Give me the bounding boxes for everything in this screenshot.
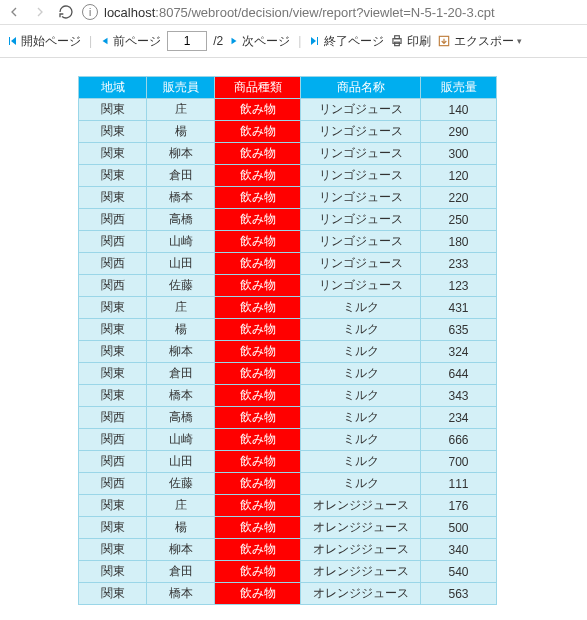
cell-type: 飲み物: [215, 341, 301, 363]
cell-type: 飲み物: [215, 539, 301, 561]
cell-region: 関西: [79, 451, 147, 473]
cell-region: 関東: [79, 187, 147, 209]
export-button[interactable]: エクスポー ▾: [437, 33, 522, 50]
url-host: localhost: [104, 5, 155, 20]
table-row: 関東橋本飲み物オレンジジュース563: [79, 583, 497, 605]
cell-name: リンゴジュース: [301, 253, 421, 275]
cell-region: 関東: [79, 121, 147, 143]
cell-type: 飲み物: [215, 165, 301, 187]
next-page-label: 次ページ: [242, 33, 290, 50]
forward-icon[interactable]: [32, 4, 48, 20]
reload-icon[interactable]: [58, 4, 74, 20]
header-seller: 販売員: [147, 77, 215, 99]
header-name: 商品名称: [301, 77, 421, 99]
cell-name: ミルク: [301, 429, 421, 451]
cell-qty: 563: [421, 583, 497, 605]
cell-qty: 324: [421, 341, 497, 363]
cell-seller: 庄: [147, 297, 215, 319]
table-row: 関東柳本飲み物リンゴジュース300: [79, 143, 497, 165]
site-info-icon[interactable]: i: [82, 4, 98, 20]
cell-seller: 山崎: [147, 429, 215, 451]
cell-qty: 111: [421, 473, 497, 495]
table-row: 関東楊飲み物リンゴジュース290: [79, 121, 497, 143]
cell-qty: 220: [421, 187, 497, 209]
table-row: 関東倉田飲み物オレンジジュース540: [79, 561, 497, 583]
report-toolbar: 開始ページ | 前ページ /2 次ページ | 終了ページ 印刷 エクスポー ▾: [0, 25, 587, 58]
cell-region: 関西: [79, 407, 147, 429]
separator: |: [298, 34, 301, 48]
cell-seller: 山田: [147, 451, 215, 473]
table-row: 関東倉田飲み物ミルク644: [79, 363, 497, 385]
table-row: 関東楊飲み物ミルク635: [79, 319, 497, 341]
print-button[interactable]: 印刷: [390, 33, 431, 50]
cell-type: 飲み物: [215, 429, 301, 451]
export-label: エクスポー: [454, 33, 514, 50]
cell-qty: 233: [421, 253, 497, 275]
cell-seller: 庄: [147, 495, 215, 517]
cell-name: リンゴジュース: [301, 275, 421, 297]
cell-qty: 234: [421, 407, 497, 429]
prev-page-label: 前ページ: [113, 33, 161, 50]
cell-type: 飲み物: [215, 275, 301, 297]
header-type: 商品種類: [215, 77, 301, 99]
cell-name: ミルク: [301, 407, 421, 429]
cell-type: 飲み物: [215, 473, 301, 495]
cell-name: オレンジジュース: [301, 583, 421, 605]
cell-region: 関西: [79, 231, 147, 253]
table-row: 関東柳本飲み物オレンジジュース340: [79, 539, 497, 561]
cell-type: 飲み物: [215, 231, 301, 253]
prev-page-button[interactable]: 前ページ: [100, 33, 161, 50]
cell-qty: 290: [421, 121, 497, 143]
cell-seller: 倉田: [147, 165, 215, 187]
cell-seller: 楊: [147, 517, 215, 539]
cell-qty: 340: [421, 539, 497, 561]
cell-qty: 343: [421, 385, 497, 407]
cell-name: リンゴジュース: [301, 231, 421, 253]
separator: |: [89, 34, 92, 48]
cell-region: 関西: [79, 429, 147, 451]
cell-region: 関東: [79, 165, 147, 187]
cell-name: リンゴジュース: [301, 209, 421, 231]
cell-region: 関東: [79, 561, 147, 583]
cell-qty: 644: [421, 363, 497, 385]
svg-rect-1: [395, 36, 400, 39]
cell-region: 関東: [79, 583, 147, 605]
cell-name: ミルク: [301, 341, 421, 363]
cell-region: 関東: [79, 385, 147, 407]
cell-region: 関西: [79, 253, 147, 275]
next-page-button[interactable]: 次ページ: [229, 33, 290, 50]
cell-seller: 山崎: [147, 231, 215, 253]
cell-seller: 楊: [147, 319, 215, 341]
cell-qty: 120: [421, 165, 497, 187]
header-qty: 販売量: [421, 77, 497, 99]
back-icon[interactable]: [6, 4, 22, 20]
cell-qty: 180: [421, 231, 497, 253]
page-number-input[interactable]: [167, 31, 207, 51]
url-path: /webroot/decision/view/report?viewlet=N-…: [188, 5, 495, 20]
first-page-button[interactable]: 開始ページ: [6, 33, 81, 50]
cell-qty: 123: [421, 275, 497, 297]
table-row: 関東楊飲み物オレンジジュース500: [79, 517, 497, 539]
cell-seller: 佐藤: [147, 275, 215, 297]
cell-name: リンゴジュース: [301, 121, 421, 143]
cell-type: 飲み物: [215, 187, 301, 209]
table-row: 関東橋本飲み物リンゴジュース220: [79, 187, 497, 209]
cell-type: 飲み物: [215, 99, 301, 121]
cell-seller: 庄: [147, 99, 215, 121]
table-row: 関西山崎飲み物ミルク666: [79, 429, 497, 451]
cell-region: 関東: [79, 495, 147, 517]
cell-seller: 柳本: [147, 341, 215, 363]
table-header-row: 地域 販売員 商品種類 商品名称 販売量: [79, 77, 497, 99]
cell-name: ミルク: [301, 385, 421, 407]
url-box[interactable]: i localhost:8075/webroot/decision/view/r…: [82, 4, 581, 20]
table-row: 関西高橋飲み物リンゴジュース250: [79, 209, 497, 231]
cell-region: 関東: [79, 143, 147, 165]
last-page-button[interactable]: 終了ページ: [309, 33, 384, 50]
cell-name: ミルク: [301, 451, 421, 473]
cell-region: 関西: [79, 473, 147, 495]
cell-region: 関西: [79, 209, 147, 231]
cell-region: 関東: [79, 517, 147, 539]
cell-type: 飲み物: [215, 121, 301, 143]
cell-type: 飲み物: [215, 561, 301, 583]
cell-seller: 高橋: [147, 209, 215, 231]
